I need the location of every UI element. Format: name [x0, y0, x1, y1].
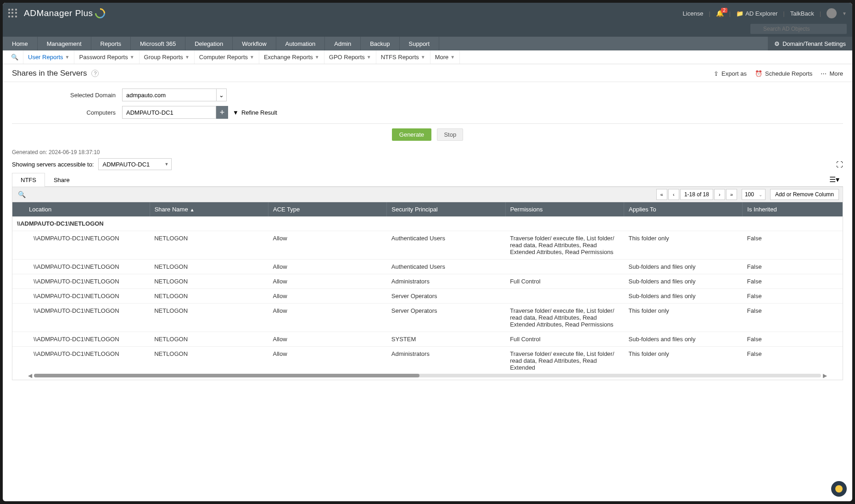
nav-microsoft365[interactable]: Microsoft 365: [131, 37, 185, 50]
top-header: ADManager Plus License | 🔔2 | 📁AD Explor…: [3, 3, 852, 24]
nav-management[interactable]: Management: [38, 37, 91, 50]
help-icon[interactable]: ?: [91, 70, 99, 77]
table-row[interactable]: \\ADMPAUTO-DC1\NETLOGONNETLOGONAllowAdmi…: [12, 274, 843, 289]
chat-fab-button[interactable]: [831, 481, 847, 497]
domain-tenant-settings[interactable]: ⚙Domain/Tenant Settings: [768, 37, 852, 50]
generated-on-label: Generated on: 2024-06-19 18:37:10: [12, 149, 843, 155]
col-ace-type[interactable]: ACE Type: [268, 202, 386, 216]
showing-servers-label: Showing servers accessible to:: [12, 161, 94, 168]
nav-reports[interactable]: Reports: [91, 37, 131, 50]
subnav-user-reports[interactable]: User Reports▼: [23, 50, 74, 64]
ad-explorer-link[interactable]: 📁AD Explorer: [736, 10, 777, 17]
subnav-more[interactable]: More▼: [430, 50, 460, 64]
subnav-group-reports[interactable]: Group Reports▼: [140, 50, 195, 64]
table-row[interactable]: \\ADMPAUTO-DC1\NETLOGONNETLOGONAllowAuth…: [12, 231, 843, 260]
computers-input[interactable]: [122, 106, 216, 119]
generate-button[interactable]: Generate: [392, 128, 431, 141]
pager-last[interactable]: »: [726, 189, 737, 200]
apps-grid-icon[interactable]: [8, 9, 17, 18]
pager-prev[interactable]: ‹: [668, 189, 679, 200]
stop-button[interactable]: Stop: [437, 128, 463, 141]
export-icon: ⇪: [714, 70, 719, 77]
user-avatar-icon[interactable]: [827, 8, 837, 18]
add-remove-column-button[interactable]: Add or Remove Column: [770, 189, 839, 200]
results-table: Location Share Name▲ ACE Type Security P…: [12, 202, 843, 370]
talkback-link[interactable]: TalkBack: [790, 10, 814, 17]
subnav-ntfs-reports[interactable]: NTFS Reports▼: [376, 50, 430, 64]
chevron-down-icon: ⌄: [216, 89, 226, 101]
nav-delegation[interactable]: Delegation: [185, 37, 233, 50]
refine-result-button[interactable]: ▼Refine Result: [233, 109, 277, 116]
table-row[interactable]: \\ADMPAUTO-DC1\NETLOGONNETLOGONAllowServ…: [12, 304, 843, 332]
subnav-gpo-reports[interactable]: GPO Reports▼: [324, 50, 376, 64]
schedule-reports-button[interactable]: ⏰Schedule Reports: [755, 70, 812, 77]
nav-admin[interactable]: Admin: [325, 37, 361, 50]
export-as-button[interactable]: ⇪Export as: [714, 70, 747, 77]
license-link[interactable]: License: [683, 10, 704, 17]
column-settings-icon[interactable]: ☰▾: [826, 173, 843, 186]
funnel-icon: ▼: [233, 109, 239, 116]
nav-support[interactable]: Support: [400, 37, 440, 50]
add-computer-button[interactable]: +: [216, 106, 228, 119]
nav-automation[interactable]: Automation: [276, 37, 325, 50]
computers-label: Computers: [12, 109, 122, 116]
more-icon: ⋯: [821, 70, 827, 77]
col-share-name[interactable]: Share Name▲: [150, 202, 268, 216]
global-search-input[interactable]: [750, 24, 847, 34]
nav-home[interactable]: Home: [3, 37, 38, 50]
col-applies-to[interactable]: Applies To: [624, 202, 743, 216]
clock-icon: ⏰: [755, 70, 762, 77]
selected-domain-label: Selected Domain: [12, 92, 122, 99]
selected-domain-dropdown[interactable]: admpauto.com⌄: [122, 89, 227, 101]
subnav-exchange-reports[interactable]: Exchange Reports▼: [259, 50, 324, 64]
horizontal-scrollbar[interactable]: ◀ ▶: [26, 373, 829, 378]
table-row[interactable]: \\ADMPAUTO-DC1\NETLOGONNETLOGONAllowSYST…: [12, 332, 843, 347]
expand-icon[interactable]: ⛶: [836, 161, 843, 168]
table-search-icon[interactable]: 🔍: [16, 190, 28, 199]
nav-backup[interactable]: Backup: [361, 37, 399, 50]
notifications-icon[interactable]: 🔔2: [716, 10, 724, 17]
server-filter-dropdown[interactable]: ADMPAUTO-DC1: [98, 158, 172, 170]
gear-icon: ⚙: [774, 40, 780, 47]
col-security-principal[interactable]: Security Principal: [387, 202, 505, 216]
pager-next[interactable]: ›: [714, 189, 725, 200]
table-group-row[interactable]: \\ADMPAUTO-DC1\NETLOGON: [12, 216, 843, 231]
subnav-computer-reports[interactable]: Computer Reports▼: [195, 50, 259, 64]
sub-nav: 🔍 User Reports▼ Password Reports▼ Group …: [3, 50, 852, 64]
pager-first[interactable]: «: [656, 189, 667, 200]
page-size-dropdown[interactable]: 100⌄: [742, 189, 766, 200]
more-button[interactable]: ⋯More: [821, 70, 843, 77]
subnav-search-icon[interactable]: 🔍: [6, 50, 23, 64]
brand-logo: ADManager Plus: [24, 8, 105, 18]
page-title: Shares in the Servers: [12, 69, 87, 78]
table-row[interactable]: \\ADMPAUTO-DC1\NETLOGONNETLOGONAllowServ…: [12, 289, 843, 304]
table-row[interactable]: \\ADMPAUTO-DC1\NETLOGONNETLOGONAllowAuth…: [12, 260, 843, 274]
tab-ntfs[interactable]: NTFS: [12, 173, 45, 187]
chat-icon: [835, 485, 843, 493]
col-permissions[interactable]: Permissions: [505, 202, 624, 216]
chevron-down-icon: ▼: [65, 55, 70, 60]
pager-label: 1-18 of 18: [680, 189, 713, 200]
sort-asc-icon: ▲: [190, 207, 195, 212]
main-nav: Home Management Reports Microsoft 365 De…: [3, 37, 852, 50]
tab-share[interactable]: Share: [45, 173, 78, 187]
subnav-password-reports[interactable]: Password Reports▼: [74, 50, 139, 64]
nav-workflow[interactable]: Workflow: [233, 37, 276, 50]
filter-form: Selected Domain admpauto.com⌄ Computers …: [3, 82, 852, 149]
col-location[interactable]: Location: [12, 202, 150, 216]
col-is-inherited[interactable]: Is Inherited: [743, 202, 843, 216]
table-row[interactable]: \\ADMPAUTO-DC1\NETLOGONNETLOGONAllowAdmi…: [12, 347, 843, 370]
user-menu-chevron-icon[interactable]: ▼: [842, 11, 847, 16]
page-header: Shares in the Servers ? ⇪Export as ⏰Sche…: [3, 64, 852, 82]
